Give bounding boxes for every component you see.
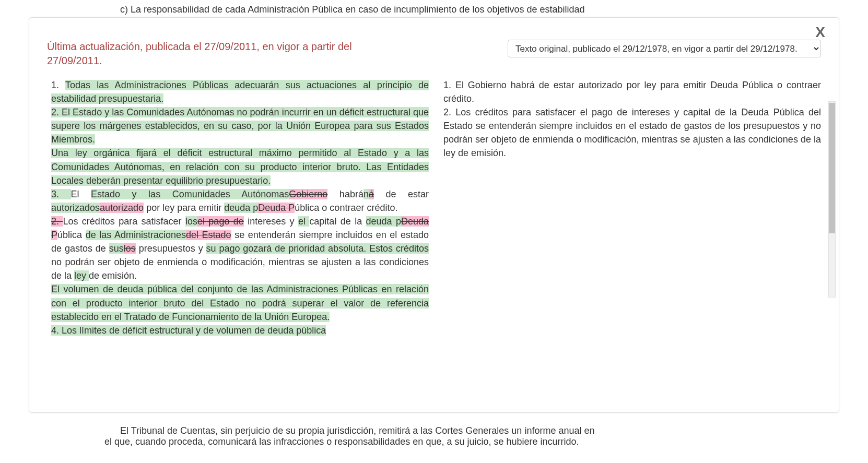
background-top-fragment: c) La responsabilidad de cada Administra… <box>0 0 868 19</box>
comparison-modal: X Última actualización, publicada el 27/… <box>29 17 839 19</box>
